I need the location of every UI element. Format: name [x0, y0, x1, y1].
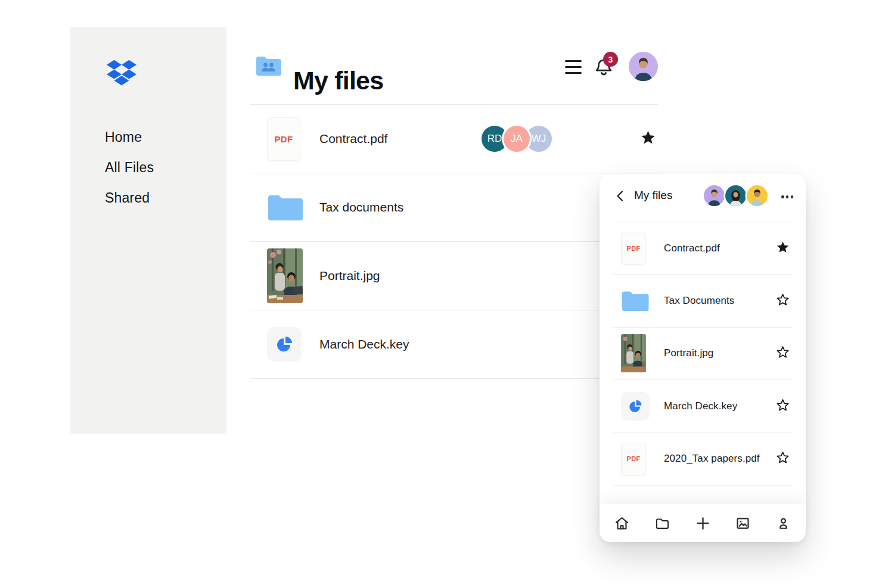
card-row-tax-documents[interactable]: Tax Documents	[613, 275, 793, 327]
shared-members: RD JA WJ	[482, 126, 552, 152]
file-name: Portrait.jpg	[664, 347, 713, 359]
file-list: PDF Contract.pdf RD JA WJ Tax documents	[250, 104, 659, 379]
star-outline-icon[interactable]	[776, 293, 790, 309]
dropbox-ui: Home All Files Shared My files 3	[0, 0, 882, 588]
pdf-badge-label: PDF	[275, 134, 293, 144]
add-icon[interactable]	[695, 515, 711, 531]
keynote-file-icon	[621, 392, 664, 421]
photos-icon[interactable]	[735, 515, 751, 531]
more-options-icon[interactable]	[779, 195, 793, 198]
card-row-portrait[interactable]: Portrait.jpg	[613, 328, 793, 380]
keynote-file-icon	[267, 327, 319, 362]
file-row-portrait[interactable]: Portrait.jpg	[250, 242, 659, 310]
pdf-badge-label: PDF	[627, 245, 641, 252]
member-avatar-purple[interactable]	[704, 185, 725, 206]
star-outline-icon[interactable]	[776, 398, 790, 414]
notification-count-badge: 3	[603, 52, 618, 67]
member-avatar-teal[interactable]	[725, 185, 746, 206]
file-name: 2020_Tax papers.pdf	[664, 453, 760, 465]
account-icon[interactable]	[775, 515, 791, 531]
page-title: My files	[293, 66, 383, 95]
member-avatar-yellow[interactable]	[747, 185, 768, 206]
card-file-list: PDF Contract.pdf Tax Documents	[613, 222, 793, 486]
member-avatar-ja[interactable]: JA	[504, 126, 530, 152]
file-name: March Deck.key	[664, 400, 737, 412]
card-row-march-deck[interactable]: March Deck.key	[613, 380, 793, 433]
image-thumbnail	[267, 248, 319, 303]
shared-folder-icon	[255, 54, 282, 79]
profile-avatar[interactable]	[629, 52, 658, 81]
back-chevron-icon[interactable]	[616, 190, 624, 204]
notifications-bell-icon[interactable]: 3	[593, 57, 617, 80]
pdf-file-icon: PDF	[621, 443, 664, 475]
file-row-march-deck[interactable]: March Deck.key	[250, 310, 659, 379]
card-row-contract[interactable]: PDF Contract.pdf	[613, 222, 793, 275]
card-bottom-nav	[600, 504, 806, 542]
pdf-file-icon: PDF	[621, 232, 664, 265]
menu-icon[interactable]	[565, 60, 582, 74]
folder-icon	[267, 192, 319, 223]
image-thumbnail	[621, 334, 664, 372]
pdf-badge-label: PDF	[627, 455, 641, 462]
file-row-contract[interactable]: PDF Contract.pdf RD JA WJ	[250, 105, 659, 173]
file-name: Contract.pdf	[664, 242, 720, 254]
folder-icon	[621, 289, 664, 313]
pdf-file-icon: PDF	[267, 117, 319, 161]
star-outline-icon[interactable]	[776, 346, 790, 362]
card-member-avatars	[704, 185, 768, 206]
file-name: Portrait.jpg	[319, 269, 380, 283]
sidebar-item-home[interactable]: Home	[105, 129, 154, 145]
star-filled-icon[interactable]	[776, 240, 790, 256]
folder-icon[interactable]	[654, 515, 670, 531]
card-row-2020-tax-papers[interactable]: PDF 2020_Tax papers.pdf	[613, 433, 793, 486]
file-name: Contract.pdf	[319, 132, 387, 146]
star-outline-icon[interactable]	[776, 451, 790, 467]
sidebar-item-all-files[interactable]: All Files	[105, 160, 154, 176]
mobile-preview-card: My files	[600, 174, 806, 542]
star-filled-icon[interactable]	[640, 130, 656, 148]
file-name: Tax Documents	[664, 295, 734, 307]
sidebar-nav: Home All Files Shared	[105, 129, 154, 220]
home-icon[interactable]	[614, 515, 630, 531]
file-name: March Deck.key	[319, 337, 409, 351]
dropbox-logo-icon[interactable]	[105, 58, 138, 90]
file-row-tax-documents[interactable]: Tax documents	[250, 173, 659, 242]
sidebar: Home All Files Shared	[70, 27, 226, 434]
sidebar-item-shared[interactable]: Shared	[105, 190, 154, 206]
card-title: My files	[634, 189, 672, 202]
file-name: Tax documents	[319, 200, 403, 214]
